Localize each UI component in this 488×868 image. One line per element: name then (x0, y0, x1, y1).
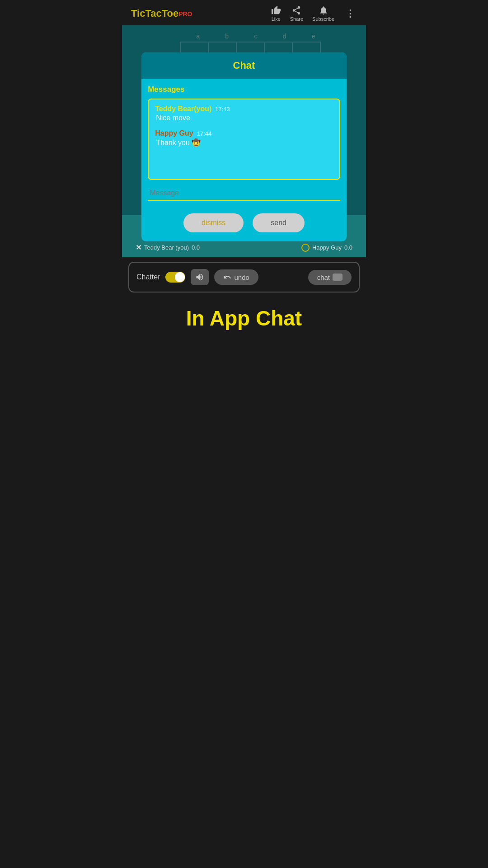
chat-buttons: dismiss send (141, 205, 347, 241)
chatter-toggle[interactable] (165, 272, 185, 283)
messages-label: Messages (148, 85, 340, 94)
app-title-tictactoe: TicTacToe (131, 8, 178, 19)
messages-box: Teddy Bear(you) 17:43 Nice move Happy Gu… (148, 99, 340, 180)
message-input-area (148, 186, 340, 201)
modal-overlay: Chat Messages Teddy Bear(you) 17:43 Nice… (122, 25, 366, 215)
undo-button[interactable]: undo (214, 269, 258, 285)
share-label: Share (290, 16, 303, 22)
subscribe-button[interactable]: Subscribe (312, 5, 334, 22)
chat-header: Chat (141, 52, 347, 79)
player-1-label: ✕ Teddy Bear (you) 0.0 (136, 243, 200, 252)
app-title-pro: PRO (178, 10, 192, 18)
app-title: TicTacToePRO (131, 8, 192, 19)
chat-button[interactable]: chat (308, 270, 352, 285)
toggle-knob (175, 272, 185, 282)
top-actions: Like Share Subscribe ⋮ (271, 5, 357, 22)
message-2-header: Happy Guy 17:44 (155, 129, 333, 137)
message-1-text: Nice move (155, 114, 333, 122)
message-1-header: Teddy Bear(you) 17:43 (155, 105, 333, 113)
footer-title-area: In App Chat (122, 297, 366, 341)
player-2-name: Happy Guy (312, 244, 342, 251)
chat-modal: Chat Messages Teddy Bear(you) 17:43 Nice… (141, 52, 347, 241)
like-button[interactable]: Like (271, 5, 281, 22)
chatter-label: Chatter (136, 273, 160, 281)
undo-label: undo (234, 274, 249, 281)
share-button[interactable]: Share (290, 5, 303, 22)
message-input[interactable] (148, 186, 340, 201)
send-button[interactable]: send (253, 213, 305, 232)
phone-container: TicTacToePRO Like Share Subscribe ⋮ a b (122, 0, 366, 434)
message-1: Teddy Bear(you) 17:43 Nice move (155, 105, 333, 122)
chat-button-label: chat (317, 274, 330, 281)
game-area: a b c d e 1 (122, 25, 366, 215)
message-2: Happy Guy 17:44 Thank you 🤠 (155, 129, 333, 147)
message-2-sender: Happy Guy (155, 129, 193, 137)
chat-title: Chat (233, 60, 255, 71)
sound-button[interactable] (191, 269, 209, 285)
top-bar: TicTacToePRO Like Share Subscribe ⋮ (122, 0, 366, 25)
player-2-label: Happy Guy 0.0 (301, 244, 352, 252)
player-2-score: 0.0 (344, 244, 352, 251)
message-1-sender: Teddy Bear(you) (155, 105, 211, 113)
more-options-button[interactable]: ⋮ (343, 8, 357, 19)
player-1-score: 0.0 (192, 244, 200, 251)
message-2-time: 17:44 (197, 130, 212, 137)
message-2-text: Thank you 🤠 (155, 138, 333, 147)
chat-body: Messages Teddy Bear(you) 17:43 Nice move (141, 79, 347, 205)
dismiss-button[interactable]: dismiss (183, 213, 244, 232)
message-1-time: 17:43 (215, 106, 230, 113)
chat-bubble-icon (333, 274, 343, 281)
like-label: Like (272, 16, 281, 22)
player-1-symbol: ✕ (136, 243, 141, 252)
footer-title: In App Chat (186, 307, 302, 330)
toolbar: Chatter undo chat (128, 262, 360, 292)
player-1-name: Teddy Bear (you) (144, 244, 189, 251)
subscribe-label: Subscribe (312, 16, 334, 22)
player-2-symbol (301, 244, 310, 252)
